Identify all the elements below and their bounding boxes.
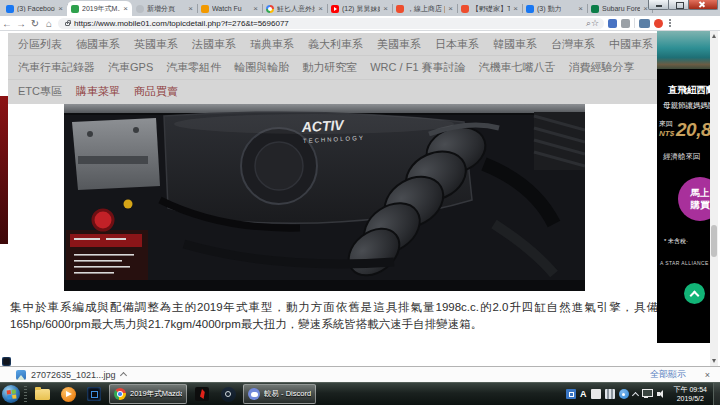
nav-item[interactable]: ETC專區 xyxy=(18,84,62,99)
forward-icon[interactable]: → xyxy=(14,18,28,29)
download-filename[interactable]: 27072635_1021...jpg xyxy=(31,370,116,380)
window-controls xyxy=(649,0,718,10)
tab-google-search[interactable]: 鮭匕人意外掉 × xyxy=(262,1,327,16)
chrome-menu-icon[interactable] xyxy=(669,19,671,27)
ad-roundtrip-label: 來回 xyxy=(659,119,674,129)
discord-window-button[interactable]: 較易 - Discord xyxy=(243,384,316,404)
back-to-top-button[interactable] xyxy=(684,283,705,304)
chrome-window-button[interactable]: 2019年式Mazda ... xyxy=(109,384,187,404)
nav-item[interactable]: 輪圈與輪胎 xyxy=(234,60,289,75)
scroll-up-icon[interactable] xyxy=(712,34,716,38)
tab-close-icon[interactable]: × xyxy=(513,5,518,13)
tab-close-icon[interactable]: × xyxy=(578,5,583,13)
forum-nav-band: 分區列表 德國車系 英國車系 法國車系 瑞典車系 義大利車系 美國車系 日本車系… xyxy=(8,33,657,104)
tab-subaru-forum[interactable]: Subaru Fore × xyxy=(587,1,652,16)
close-window-button[interactable] xyxy=(688,0,718,10)
nav-item[interactable]: 汽機車七嘴八舌 xyxy=(479,60,556,75)
nav-item[interactable]: 日本車系 xyxy=(435,37,479,52)
back-icon[interactable]: ← xyxy=(0,18,14,29)
show-all-downloads-link[interactable]: 全部顯示 xyxy=(650,368,686,381)
tab-shop-2[interactable]: 【野礎家】TH × xyxy=(457,1,522,16)
nav-item[interactable]: 法國車系 xyxy=(192,37,236,52)
windows-logo-icon xyxy=(7,390,16,399)
tab-close-icon[interactable]: × xyxy=(123,5,128,13)
steam-button[interactable] xyxy=(217,384,239,404)
tab-mobile01-active[interactable]: 2019年式M... × xyxy=(67,1,132,16)
tab-title: 2019年式M... xyxy=(82,4,120,14)
tv-favicon-icon xyxy=(201,5,209,13)
nav-item[interactable]: 動力研究室 xyxy=(302,60,357,75)
tab-shop-1[interactable]: ，線上商店 | 蝦 × xyxy=(392,1,457,16)
tab-close-icon[interactable]: × xyxy=(318,5,323,13)
nav-item[interactable]: 台灣車系 xyxy=(551,37,595,52)
tab-close-icon[interactable]: × xyxy=(58,5,63,13)
nav-item[interactable]: 義大利車系 xyxy=(308,37,363,52)
close-shelf-icon[interactable]: × xyxy=(705,370,710,380)
nav-item[interactable]: 消費經驗分享 xyxy=(569,60,635,75)
download-menu-chevron-icon[interactable] xyxy=(120,372,127,379)
ad-buy-button[interactable]: 馬上購買 xyxy=(678,177,710,221)
dark-app-button[interactable] xyxy=(83,384,105,404)
nav-item[interactable]: 汽車GPS xyxy=(108,60,153,75)
nav-item[interactable]: 韓國車系 xyxy=(493,37,537,52)
ime-letter-icon[interactable]: A xyxy=(580,389,587,399)
address-bar[interactable]: https://www.mobile01.com/topicdetail.php… xyxy=(58,18,604,29)
taskbar-clock[interactable]: 下午 09:54 2019/5/2 xyxy=(674,385,707,404)
extension-gray-icon[interactable] xyxy=(621,19,630,28)
tab-close-icon[interactable]: × xyxy=(253,5,258,13)
hidden-icons-chevron-icon[interactable] xyxy=(631,391,638,398)
start-button[interactable] xyxy=(2,385,20,403)
ad-headline: 直飛紐西蘭 xyxy=(668,84,710,97)
nav-item[interactable]: 英國車系 xyxy=(134,37,178,52)
engine-bay-photo[interactable]: ACTIV TECHNOLOGY xyxy=(64,104,585,291)
youtube-favicon-icon xyxy=(331,5,339,13)
nav-item[interactable]: 瑞典車系 xyxy=(250,37,294,52)
nav-item[interactable]: 美國車系 xyxy=(377,37,421,52)
url-text[interactable]: https://www.mobile01.com/topicdetail.php… xyxy=(74,19,586,28)
scroll-down-icon[interactable] xyxy=(712,359,716,363)
bookmark-star-icon[interactable]: ☆ xyxy=(591,18,599,28)
nav-item[interactable]: WRC / F1 賽事討論 xyxy=(370,60,465,75)
media-player-button[interactable] xyxy=(57,384,79,404)
minimize-button[interactable] xyxy=(648,0,669,10)
maximize-button[interactable] xyxy=(668,0,689,10)
forum-favicon-icon xyxy=(591,5,599,13)
garena-button[interactable] xyxy=(191,384,213,404)
tab-close-icon[interactable]: × xyxy=(188,5,193,13)
page-scrollbar[interactable] xyxy=(710,31,718,366)
tab-youtube[interactable]: (12) 舅舅妹妹 × xyxy=(327,1,392,16)
help-circle-icon[interactable] xyxy=(619,389,629,399)
nav-item[interactable]: 購車菜單 xyxy=(76,84,120,99)
tab-watch[interactable]: Watch Fu × xyxy=(197,1,262,16)
scrollbar-thumb[interactable] xyxy=(711,225,717,257)
tab-new-page[interactable]: 新增分頁 × xyxy=(132,1,197,16)
home-icon[interactable]: ⌂ xyxy=(42,18,56,29)
tab-facebook-2[interactable]: (3) 動力 × xyxy=(522,1,587,16)
explorer-button[interactable] xyxy=(31,384,53,404)
tray-app-icon[interactable] xyxy=(605,389,615,399)
facebook-favicon-icon xyxy=(526,5,534,13)
nav-item[interactable]: 商品買賣 xyxy=(134,84,178,99)
nav-item[interactable]: 中國車系 xyxy=(609,37,653,52)
tab-close-icon[interactable]: × xyxy=(448,5,453,13)
extension-screenshot-icon[interactable] xyxy=(639,19,650,28)
tab-close-icon[interactable]: × xyxy=(383,5,388,13)
reload-icon[interactable]: ↻ xyxy=(28,18,42,29)
network-icon[interactable] xyxy=(642,389,653,399)
extension-blue-icon[interactable] xyxy=(608,19,617,28)
nav-item[interactable]: 德國車系 xyxy=(76,37,120,52)
show-desktop-button[interactable] xyxy=(713,383,720,405)
extension-pocket-icon[interactable] xyxy=(654,19,663,28)
speaker-icon[interactable] xyxy=(657,389,667,399)
taskbar-grip xyxy=(24,386,27,402)
play-circle-icon xyxy=(61,387,76,402)
nav-item[interactable]: 汽車零組件 xyxy=(166,60,221,75)
nav-item[interactable]: 分區列表 xyxy=(18,37,62,52)
secure-lock-icon[interactable] xyxy=(65,22,70,26)
tab-facebook[interactable]: (3) Facebook × xyxy=(2,1,67,16)
windows-taskbar: 2019年式Mazda ... 較易 - Discord A 下午 09:54 … xyxy=(0,382,720,405)
download-item[interactable]: 27072635_1021...jpg xyxy=(16,370,126,380)
ime-language-icon[interactable] xyxy=(566,389,576,399)
tray-app-icon[interactable] xyxy=(591,389,601,399)
nav-item[interactable]: 汽車行車記錄器 xyxy=(18,60,95,75)
